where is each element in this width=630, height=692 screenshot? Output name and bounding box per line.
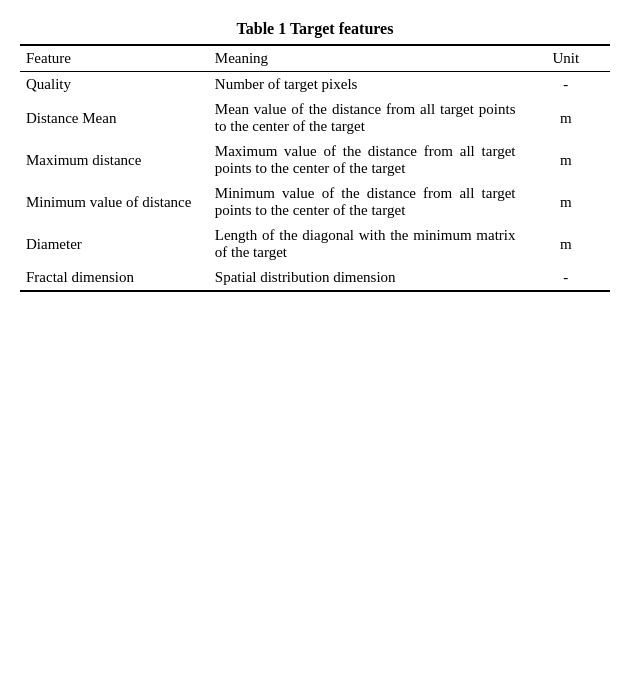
features-table: Feature Meaning Unit QualityNumber of ta… bbox=[20, 44, 610, 292]
table-row: QualityNumber of target pixels- bbox=[20, 72, 610, 98]
page-container: Table 1 Target features Feature Meaning … bbox=[20, 20, 610, 292]
cell-meaning: Spatial distribution dimension bbox=[209, 265, 522, 291]
cell-feature: Diameter bbox=[20, 223, 209, 265]
cell-unit: m bbox=[521, 97, 610, 139]
cell-feature: Fractal dimension bbox=[20, 265, 209, 291]
cell-unit: m bbox=[521, 139, 610, 181]
table-row: Minimum value of distanceMinimum value o… bbox=[20, 181, 610, 223]
table-row: Fractal dimensionSpatial distribution di… bbox=[20, 265, 610, 291]
header-feature: Feature bbox=[20, 45, 209, 72]
cell-feature: Maximum distance bbox=[20, 139, 209, 181]
cell-meaning: Minimum value of the distance from all t… bbox=[209, 181, 522, 223]
table-row: DiameterLength of the diagonal with the … bbox=[20, 223, 610, 265]
table-header-row: Feature Meaning Unit bbox=[20, 45, 610, 72]
cell-unit: m bbox=[521, 223, 610, 265]
table-row: Maximum distanceMaximum value of the dis… bbox=[20, 139, 610, 181]
cell-feature: Quality bbox=[20, 72, 209, 98]
cell-unit: m bbox=[521, 181, 610, 223]
cell-unit: - bbox=[521, 265, 610, 291]
cell-feature: Minimum value of distance bbox=[20, 181, 209, 223]
header-meaning: Meaning bbox=[209, 45, 522, 72]
cell-meaning: Mean value of the distance from all targ… bbox=[209, 97, 522, 139]
cell-unit: - bbox=[521, 72, 610, 98]
cell-meaning: Number of target pixels bbox=[209, 72, 522, 98]
cell-feature: Distance Mean bbox=[20, 97, 209, 139]
cell-meaning: Maximum value of the distance from all t… bbox=[209, 139, 522, 181]
table-row: Distance MeanMean value of the distance … bbox=[20, 97, 610, 139]
cell-meaning: Length of the diagonal with the minimum … bbox=[209, 223, 522, 265]
table-title: Table 1 Target features bbox=[20, 20, 610, 38]
header-unit: Unit bbox=[521, 45, 610, 72]
